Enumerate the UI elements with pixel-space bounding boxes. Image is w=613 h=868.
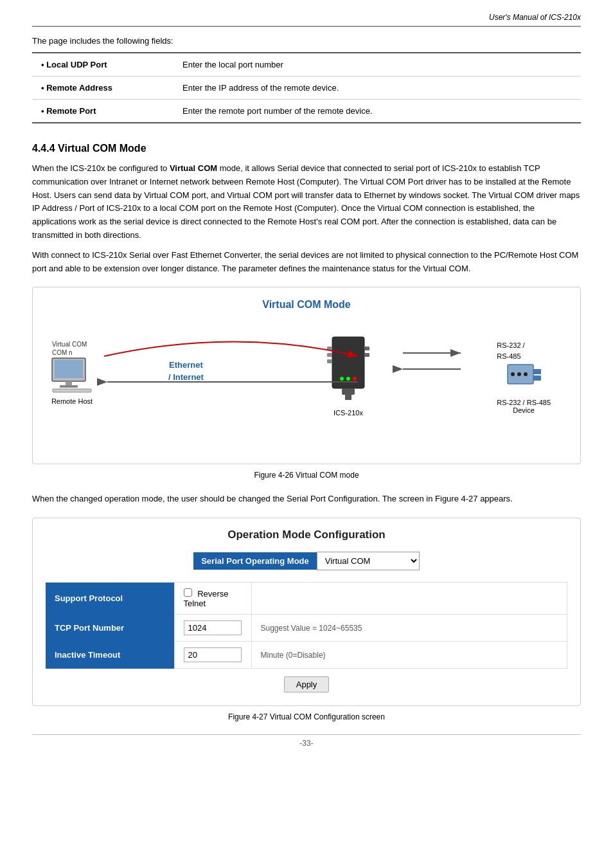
ics-label: ICS-210x <box>326 409 371 417</box>
ethernet-label: Ethernet/ Internet <box>168 359 204 383</box>
ethernet-box: Ethernet/ Internet <box>168 359 204 383</box>
svg-rect-2 <box>66 381 72 386</box>
table-row: Remote Port Enter the remote port number… <box>32 100 581 123</box>
figure-26-caption: Figure 4-26 Virtual COM mode <box>32 471 581 480</box>
checkbox-cell[interactable]: Reverse Telnet <box>174 583 251 615</box>
svg-rect-17 <box>533 369 541 374</box>
svg-rect-3 <box>60 385 78 388</box>
diagram-title: Virtual COM Mode <box>43 299 570 311</box>
svg-rect-7 <box>327 353 332 357</box>
svg-point-21 <box>524 372 528 376</box>
config-row: Support Protocol Reverse Telnet <box>46 583 567 615</box>
config-title: Operation Mode Configuration <box>46 529 567 541</box>
fields-table: Local UDP Port Enter the local port numb… <box>32 52 581 123</box>
field-label: Remote Port <box>32 100 173 123</box>
config-field-label: TCP Port Number <box>46 615 174 642</box>
diagram-arrows <box>43 321 570 456</box>
field-label: Local UDP Port <box>32 53 173 77</box>
table-row: Local UDP Port Enter the local port numb… <box>32 53 581 77</box>
rs-device-icon <box>506 361 542 397</box>
rs-device-area: RS-232 / RS-485 RS-232 / RS-485Device <box>497 340 551 414</box>
operating-mode-row: Serial Port Operating Mode Virtual COM T… <box>46 552 567 570</box>
footer: -33- <box>32 734 581 748</box>
config-input[interactable] <box>184 620 242 635</box>
config-field-label: Inactive Timeout <box>46 642 174 669</box>
input-cell[interactable] <box>174 642 251 669</box>
config-field-label: Support Protocol <box>46 583 174 615</box>
config-row: TCP Port Number Suggest Value = 1024~655… <box>46 615 567 642</box>
config-input[interactable] <box>184 647 242 662</box>
svg-rect-6 <box>327 347 332 350</box>
svg-rect-4 <box>53 389 91 392</box>
ics-device-icon <box>326 334 371 404</box>
operating-mode-label: Serial Port Operating Mode <box>193 552 317 570</box>
remote-host-area: Virtual COMCOM n Remote Host <box>49 340 94 405</box>
apply-row: Apply <box>46 669 567 692</box>
hint-cell: Suggest Value = 1024~65535 <box>251 615 567 642</box>
computer-icon <box>49 357 94 393</box>
svg-rect-15 <box>345 395 351 400</box>
body-paragraph-2: With connect to ICS-210x Serial over Fas… <box>32 249 581 276</box>
section-title: Virtual COM Mode <box>58 143 147 154</box>
diagram-content: Virtual COMCOM n Remote Host Ethernet/ I… <box>43 321 570 456</box>
hint-cell: Minute (0=Disable) <box>251 642 567 669</box>
config-row: Inactive Timeout Minute (0=Disable) <box>46 642 567 669</box>
config-box: Operation Mode Configuration Serial Port… <box>32 518 581 706</box>
svg-point-12 <box>346 377 350 381</box>
body-paragraph-1: When the ICS-210x be configured to Virtu… <box>32 162 581 242</box>
operating-mode-select[interactable]: Virtual COM TCP Client TCP Server UDP <box>317 552 420 570</box>
config-fields-table: Support Protocol Reverse Telnet TCP Port… <box>46 582 567 669</box>
svg-rect-14 <box>342 388 355 395</box>
svg-rect-10 <box>364 353 369 357</box>
intro-text: The page includes the following fields: <box>32 36 581 46</box>
page-number: -33- <box>299 739 313 748</box>
svg-rect-9 <box>364 347 369 350</box>
ics-device-area: ICS-210x <box>326 334 371 417</box>
transition-text: When the changed operation mode, the use… <box>32 493 581 506</box>
svg-rect-1 <box>55 360 83 378</box>
virtual-com-label: Virtual COMCOM n <box>52 340 94 357</box>
section-heading: 4.4.4 Virtual COM Mode <box>32 143 581 154</box>
rs-device-label: RS-232 / RS-485Device <box>497 399 551 414</box>
input-cell[interactable] <box>174 615 251 642</box>
svg-point-20 <box>517 372 521 376</box>
diagram-box: Virtual COM Mode Virtual COMCOM n Remote… <box>32 287 581 464</box>
page-header: User's Manual of ICS-210x <box>32 13 581 27</box>
manual-title: User's Manual of ICS-210x <box>489 13 581 22</box>
figure-27-caption: Figure 4-27 Virtual COM Configuration sc… <box>32 712 581 721</box>
svg-point-19 <box>511 372 515 376</box>
field-label: Remote Address <box>32 77 173 100</box>
svg-rect-18 <box>533 375 541 381</box>
rs-labels: RS-232 / RS-485 <box>497 340 551 361</box>
table-row: Remote Address Enter the IP address of t… <box>32 77 581 100</box>
section-number: 4.4.4 <box>32 143 55 154</box>
svg-point-11 <box>340 377 344 381</box>
remote-host-label: Remote Host <box>49 397 94 405</box>
apply-button[interactable]: Apply <box>284 676 330 692</box>
hint-cell <box>251 583 567 615</box>
support-protocol-checkbox[interactable] <box>184 588 192 597</box>
svg-rect-8 <box>327 359 332 363</box>
field-description: Enter the local port number <box>173 53 581 77</box>
svg-point-13 <box>353 377 357 381</box>
field-description: Enter the remote port number of the remo… <box>173 100 581 123</box>
field-description: Enter the IP address of the remote devic… <box>173 77 581 100</box>
